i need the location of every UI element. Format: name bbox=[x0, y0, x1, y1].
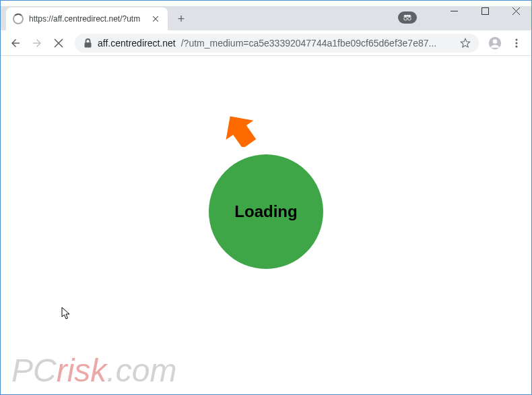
tab-close-button[interactable] bbox=[150, 13, 161, 24]
svg-point-14 bbox=[515, 42, 517, 44]
svg-point-15 bbox=[515, 45, 517, 47]
watermark-logo: PCrisk.com bbox=[11, 352, 176, 389]
loading-indicator: Loading bbox=[209, 154, 323, 269]
lock-icon bbox=[83, 38, 92, 48]
back-button[interactable] bbox=[6, 34, 25, 53]
minimize-button[interactable] bbox=[438, 1, 469, 21]
url-path: /?utm_medium=ca5e33392047744a1fbe09cf65d… bbox=[181, 38, 436, 49]
close-window-button[interactable] bbox=[500, 1, 531, 21]
svg-rect-1 bbox=[481, 7, 488, 14]
svg-point-5 bbox=[408, 17, 411, 20]
browser-toolbar: aff.centredirect.net/?utm_medium=ca5e333… bbox=[1, 30, 531, 56]
svg-point-4 bbox=[404, 17, 407, 20]
url-host: aff.centredirect.net bbox=[98, 38, 176, 49]
mouse-cursor-icon bbox=[61, 307, 71, 320]
menu-button[interactable] bbox=[507, 34, 526, 53]
profile-button[interactable] bbox=[486, 34, 504, 53]
browser-tab[interactable]: https://aff.centredirect.net/?utm bbox=[6, 7, 168, 30]
forward-button[interactable] bbox=[28, 34, 46, 53]
incognito-icon bbox=[398, 11, 417, 24]
stop-reload-button[interactable] bbox=[49, 34, 68, 53]
tab-title: https://aff.centredirect.net/?utm bbox=[29, 14, 145, 24]
watermark-pc: PC bbox=[11, 353, 57, 388]
bookmark-star-icon[interactable] bbox=[460, 38, 471, 49]
annotation-arrow-icon bbox=[223, 113, 257, 147]
loading-text: Loading bbox=[234, 202, 297, 221]
watermark-risk: risk bbox=[57, 353, 107, 388]
maximize-button[interactable] bbox=[469, 1, 500, 21]
svg-point-12 bbox=[493, 39, 498, 44]
new-tab-button[interactable]: + bbox=[172, 9, 191, 28]
svg-rect-10 bbox=[84, 42, 91, 48]
watermark-com: .com bbox=[106, 353, 176, 388]
loading-spinner-icon bbox=[13, 13, 24, 24]
address-bar[interactable]: aff.centredirect.net/?utm_medium=ca5e333… bbox=[75, 34, 479, 53]
page-content: Loading PCrisk.com bbox=[1, 56, 531, 394]
svg-point-13 bbox=[515, 38, 517, 40]
